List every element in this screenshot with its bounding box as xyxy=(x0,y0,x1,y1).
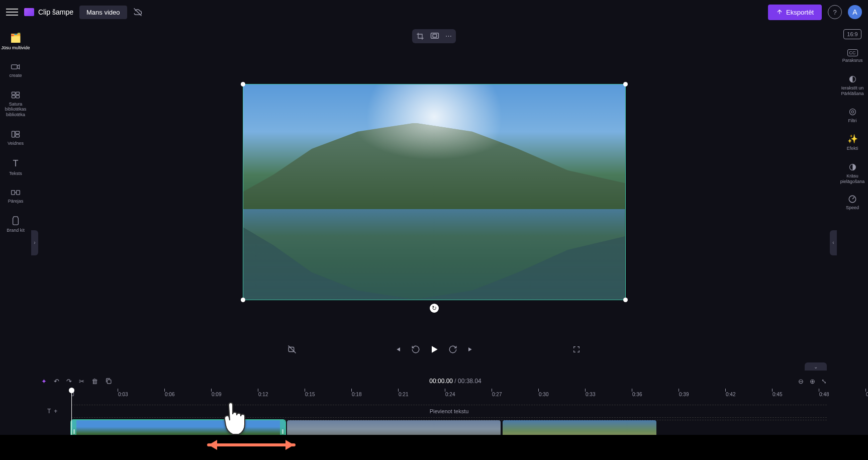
timecode-display: 00:00.00 / 00:38.04 xyxy=(429,378,481,385)
timeline-collapse-handle[interactable]: ⌄ xyxy=(805,362,827,371)
svg-rect-15 xyxy=(107,380,111,384)
zoom-in-icon[interactable]: ⊕ xyxy=(810,378,815,385)
ruler-tick: 0:51 xyxy=(866,392,868,397)
ruler-tick: 0:48 xyxy=(819,392,829,397)
filters-icon: ◎ xyxy=(849,106,856,117)
transitions-icon xyxy=(11,189,21,197)
project-name-input[interactable]: Mans video xyxy=(79,6,127,19)
sidebar-item-speed[interactable]: Speed xyxy=(837,191,868,215)
speed-icon xyxy=(848,195,857,204)
sidebar-item-filters[interactable]: ◎ Filtri xyxy=(837,102,868,128)
library-icon xyxy=(11,90,21,100)
ruler-tick: 0:12 xyxy=(258,392,268,397)
ruler-tick: 0:03 xyxy=(118,392,128,397)
aspect-ratio-badge[interactable]: 16:9 xyxy=(843,29,861,39)
undo-icon[interactable]: ↶ xyxy=(54,378,59,385)
delete-icon[interactable]: 🗑 xyxy=(91,378,98,385)
right-panel-collapse-handle[interactable]: ‹ xyxy=(830,230,837,255)
fullscreen-icon[interactable] xyxy=(572,345,581,353)
sidebar-item-label: Satura bibliotēkas bibliotēka xyxy=(1,102,30,118)
help-icon[interactable]: ? xyxy=(828,5,842,19)
more-icon[interactable]: ⋯ xyxy=(445,32,452,40)
sidebar-item-record[interactable]: create xyxy=(0,59,31,82)
sidebar-item-brandkit[interactable]: Brand kit xyxy=(0,212,31,237)
sidebar-item-label: Ierakstīt un Pārklāšana xyxy=(838,85,867,97)
hamburger-menu-icon[interactable] xyxy=(6,6,18,18)
sidebar-item-library[interactable]: Satura bibliotēkas bibliotēka xyxy=(0,86,31,122)
contrast-icon: ◑ xyxy=(849,161,856,172)
skip-end-icon[interactable] xyxy=(466,345,474,353)
ruler-tick: 0:24 xyxy=(445,392,455,397)
time-ruler[interactable]: 00:030:060:090:120:150:180:210:240:270:3… xyxy=(71,389,827,403)
svg-rect-3 xyxy=(16,92,20,95)
ruler-tick: 0:33 xyxy=(586,392,595,397)
ruler-tick: 0:45 xyxy=(773,392,782,397)
upload-icon xyxy=(776,9,783,16)
sidebar-item-label: Speed xyxy=(846,205,859,211)
folder-icon: 🗂️ xyxy=(10,32,21,43)
fade-icon: ◐ xyxy=(849,73,856,84)
play-button[interactable] xyxy=(429,344,439,354)
cloud-off-icon[interactable] xyxy=(133,8,142,17)
forward-icon[interactable] xyxy=(448,345,457,354)
resize-handle-br[interactable] xyxy=(623,298,628,302)
sidebar-item-templates[interactable]: Veidnes xyxy=(0,126,31,150)
app-name-label: Clip šampe xyxy=(38,8,73,16)
sidebar-item-label: Pārejas xyxy=(8,199,24,204)
sidebar-item-label: Paraksrus xyxy=(842,58,863,63)
top-bar: Clip šampe Mans video Eksportēt ? A xyxy=(0,0,868,24)
crop-icon[interactable] xyxy=(416,32,424,40)
text-track[interactable]: T+ Pievienot tekstu xyxy=(71,405,827,418)
sidebar-item-label: Brand kit xyxy=(7,228,25,233)
zoom-fit-icon[interactable]: ⤡ xyxy=(821,378,827,385)
svg-rect-1 xyxy=(12,65,18,69)
split-icon[interactable]: ✂ xyxy=(79,378,84,385)
sidebar-item-label: Efekti xyxy=(847,146,858,151)
preview-content xyxy=(243,123,625,209)
video-preview[interactable]: ↻ xyxy=(243,84,625,300)
bottom-letterbox xyxy=(0,435,868,460)
sidebar-item-effects[interactable]: ✨ Efekti xyxy=(837,130,868,155)
svg-rect-13 xyxy=(288,347,294,352)
rotate-handle[interactable]: ↻ xyxy=(430,304,439,313)
ruler-tick: 0:30 xyxy=(539,392,548,397)
ai-icon[interactable]: ✦ xyxy=(41,378,47,385)
svg-rect-5 xyxy=(16,95,20,98)
resize-handle-tl[interactable] xyxy=(241,82,245,86)
ruler-tick: 0:06 xyxy=(165,392,174,397)
ruler-tick: 0:27 xyxy=(492,392,502,397)
sidebar-item-label: Teksts xyxy=(9,171,22,176)
detach-audio-icon[interactable] xyxy=(287,345,297,354)
sidebar-item-label: create xyxy=(9,73,22,78)
stage-tools: ⋯ xyxy=(31,24,837,46)
rewind-icon[interactable] xyxy=(411,345,420,354)
svg-rect-9 xyxy=(12,190,15,194)
svg-line-14 xyxy=(288,346,296,353)
resize-handle-bl[interactable] xyxy=(241,298,245,302)
brand-icon xyxy=(11,216,20,226)
sidebar-item-fade[interactable]: ◐ Ierakstīt un Pārklāšana xyxy=(837,69,868,101)
user-avatar[interactable]: A xyxy=(848,5,862,19)
svg-rect-12 xyxy=(433,34,437,37)
svg-rect-2 xyxy=(12,92,16,95)
sidebar-item-text[interactable]: T Teksts xyxy=(0,154,31,180)
resize-handle-tr[interactable] xyxy=(623,82,628,86)
ruler-tick: 0:39 xyxy=(679,392,689,397)
export-label: Eksportēt xyxy=(786,9,814,16)
sidebar-item-transitions[interactable]: Pārejas xyxy=(0,185,31,208)
add-text-placeholder[interactable]: Pievienot tekstu xyxy=(71,408,827,414)
sidebar-item-captions[interactable]: CC Paraksrus xyxy=(837,45,868,67)
sidebar-item-media[interactable]: 🗂️ Jūsu multivide xyxy=(0,28,31,55)
zoom-out-icon[interactable]: ⊖ xyxy=(798,378,804,385)
export-button[interactable]: Eksportēt xyxy=(768,5,822,20)
sidebar-item-colors[interactable]: ◑ Krāsu pielāgošana xyxy=(837,157,868,189)
add-icon[interactable]: + xyxy=(54,408,57,415)
fit-icon[interactable] xyxy=(430,32,439,40)
playback-controls xyxy=(31,337,837,362)
current-time: 00:00.00 xyxy=(429,378,453,385)
duplicate-icon[interactable] xyxy=(105,378,113,385)
redo-icon[interactable]: ↷ xyxy=(66,378,72,385)
ruler-tick: 0:36 xyxy=(632,392,642,397)
skip-start-icon[interactable] xyxy=(394,345,402,353)
ruler-tick: 0:21 xyxy=(399,392,408,397)
